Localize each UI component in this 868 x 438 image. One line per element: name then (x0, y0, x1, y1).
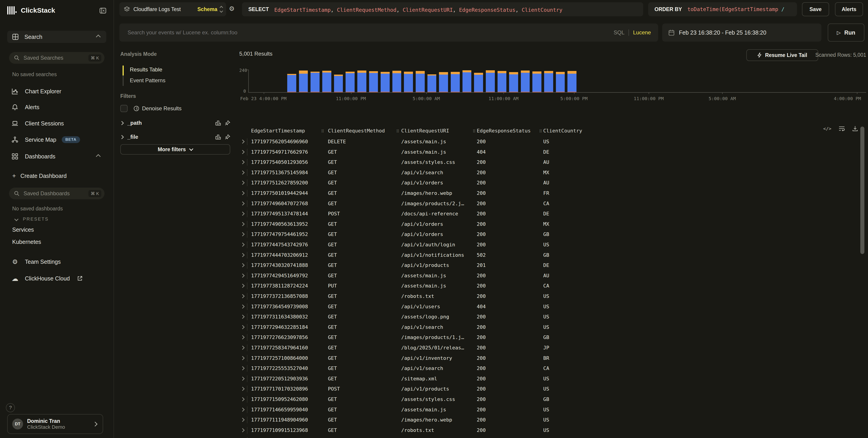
histogram-bar-segment[interactable] (393, 71, 401, 73)
denoise-checkbox[interactable] (120, 105, 128, 112)
expand-chevron-icon[interactable] (240, 232, 245, 236)
expand-chevron-icon[interactable] (240, 397, 245, 401)
histogram-bar-segment[interactable] (451, 74, 460, 92)
expand-chevron-icon[interactable] (240, 294, 245, 298)
table-row[interactable]: 1771977495137478144POST/docs/api-referen… (239, 209, 859, 219)
histogram-bar-segment[interactable] (532, 74, 541, 92)
expand-chevron-icon[interactable] (240, 181, 245, 185)
table-row[interactable]: 1771977501019442944GET/images/hero.webp2… (239, 188, 859, 198)
saved-searches-input[interactable]: ⌘ K (9, 52, 104, 64)
expand-chevron-icon[interactable] (240, 304, 245, 308)
table-row[interactable]: 1771977225553527040GET/api/v1/search200C… (239, 363, 859, 374)
table-row[interactable]: 1771977276623097856GET/images/products/1… (239, 332, 859, 343)
expand-chevron-icon[interactable] (240, 242, 245, 246)
histogram-bar-segment[interactable] (544, 73, 553, 92)
table-row[interactable]: 1771977496047072768GET/images/products/2… (239, 198, 859, 209)
expand-chevron-icon[interactable] (240, 325, 245, 329)
histogram-bar-segment[interactable] (404, 74, 413, 92)
sidebar-item-clickhouse-cloud[interactable]: ☁ ClickHouse Cloud (7, 273, 106, 284)
histogram-bar-segment[interactable] (439, 72, 448, 75)
expand-chevron-icon[interactable] (240, 211, 245, 215)
expand-chevron-icon[interactable] (240, 345, 245, 350)
histogram-bar-segment[interactable] (556, 74, 565, 92)
expand-chevron-icon[interactable] (240, 366, 245, 370)
expand-chevron-icon[interactable] (240, 160, 245, 164)
date-range-picker[interactable]: Feb 23 16:38:20 - Feb 25 16:38:20 (662, 24, 822, 42)
table-row[interactable]: 1771977562054696960DELETE/assets/main.js… (239, 136, 859, 147)
table-row[interactable]: 1771977381128724224PUT/assets/main.js200… (239, 281, 859, 291)
histogram-bar-segment[interactable] (311, 73, 319, 92)
histogram-bar-segment[interactable] (322, 71, 331, 73)
histogram-bar-segment[interactable] (463, 72, 471, 92)
expand-chevron-icon[interactable] (240, 356, 245, 360)
sidebar-item-client-sessions[interactable]: Client Sessions (7, 117, 106, 129)
table-row[interactable]: 1771977111948904960GET/images/hero.webp2… (239, 415, 859, 425)
histogram-bar-segment[interactable] (369, 73, 378, 92)
saved-dashboards-field[interactable] (23, 190, 79, 197)
help-button[interactable]: ? (6, 403, 15, 412)
select-clause-input[interactable]: SELECT EdgeStartTimestamp, ClientRequest… (242, 2, 643, 16)
saved-dashboards-input[interactable]: ⌘ K (9, 188, 104, 199)
histogram-bar-segment[interactable] (346, 73, 354, 92)
histogram-bar-segment[interactable] (544, 71, 553, 73)
preset-item-kubernetes[interactable]: Kubernetes (12, 239, 41, 245)
histogram-bar-segment[interactable] (498, 71, 506, 73)
mode-event-patterns[interactable]: Event Patterns (130, 77, 165, 83)
user-card[interactable]: DT Dominic Tran ClickStack Demo (7, 414, 103, 434)
table-scrollbar[interactable] (860, 125, 864, 438)
table-row[interactable]: 1771977513675145984GET/api/v1/search200M… (239, 167, 859, 178)
table-row[interactable]: 1771977429451649792GET/assets/main.js200… (239, 271, 859, 281)
event-search-input[interactable] (127, 29, 614, 36)
sidebar-collapse-icon[interactable] (99, 7, 106, 14)
alerts-button[interactable]: Alerts (835, 2, 863, 16)
create-dashboard-button[interactable]: + Create Dashboard (7, 170, 106, 182)
histogram-bar-segment[interactable] (498, 73, 506, 92)
expand-chevron-icon[interactable] (240, 376, 245, 380)
expand-chevron-icon[interactable] (240, 273, 245, 277)
histogram-bar-segment[interactable] (428, 75, 436, 92)
histogram-bar-segment[interactable] (486, 73, 495, 92)
histogram-bar-segment[interactable] (486, 70, 495, 73)
table-row[interactable]: 1771977294632285184GET/api/v1/search200U… (239, 322, 859, 332)
presets-toggle[interactable]: PRESETS (15, 216, 49, 222)
preset-item-services[interactable]: Services (12, 227, 34, 233)
table-row[interactable]: 1771977364549739008GET/api/v1/users404US (239, 302, 859, 312)
sidebar-item-service-map[interactable]: Service Map BETA (7, 134, 106, 145)
pin-icon[interactable] (225, 134, 230, 140)
scrollbar-thumb[interactable] (860, 127, 864, 254)
histogram-bar-segment[interactable] (357, 70, 366, 73)
save-button[interactable]: Save (802, 2, 829, 16)
table-row[interactable]: 1771977150952462080GET/assets/styles.css… (239, 394, 859, 405)
histogram-bar-segment[interactable] (346, 72, 354, 73)
sidebar-item-chart-explorer[interactable]: Chart Explorer (7, 86, 106, 97)
histogram-bar-segment[interactable] (428, 74, 436, 76)
schema-button[interactable]: Schema (197, 6, 217, 12)
expand-chevron-icon[interactable] (240, 150, 245, 154)
expand-chevron-icon[interactable] (240, 263, 245, 267)
more-filters-button[interactable]: More filters (120, 144, 230, 155)
table-row[interactable]: 1771977512627859200GET/api/v1/orders200A… (239, 178, 859, 188)
expand-chevron-icon[interactable] (240, 387, 245, 391)
histogram-bar-segment[interactable] (474, 73, 483, 75)
expand-chevron-icon[interactable] (240, 139, 245, 143)
table-row[interactable]: 1771977430320741888GET/api/v1/products20… (239, 260, 859, 271)
histogram-bar-segment[interactable] (556, 72, 565, 74)
histogram-bar-segment[interactable] (474, 75, 483, 92)
event-search-bar[interactable]: SQL Lucene (119, 24, 658, 42)
table-row[interactable]: 1771977549717662976GET/assets/main.js404… (239, 147, 859, 157)
histogram-bar-segment[interactable] (311, 72, 319, 73)
expand-chevron-icon[interactable] (240, 284, 245, 288)
histogram-bar-segment[interactable] (416, 74, 425, 92)
expand-chevron-icon[interactable] (240, 335, 245, 339)
histogram-bar-segment[interactable] (509, 74, 518, 92)
expand-chevron-icon[interactable] (240, 407, 245, 411)
histogram-bar-segment[interactable] (381, 72, 390, 74)
histogram-bar-segment[interactable] (416, 71, 425, 74)
mode-results-table[interactable]: Results Table (130, 66, 162, 73)
chart-icon[interactable] (215, 134, 221, 140)
table-row[interactable]: 1771977109915123968GET/robots.txt200US (239, 425, 859, 436)
expand-chevron-icon[interactable] (240, 418, 245, 422)
source-selector[interactable]: Cloudflare Logs Test Schema (119, 2, 226, 16)
sidebar-section-search[interactable]: Search (7, 31, 106, 43)
histogram-bar-segment[interactable] (322, 72, 331, 92)
